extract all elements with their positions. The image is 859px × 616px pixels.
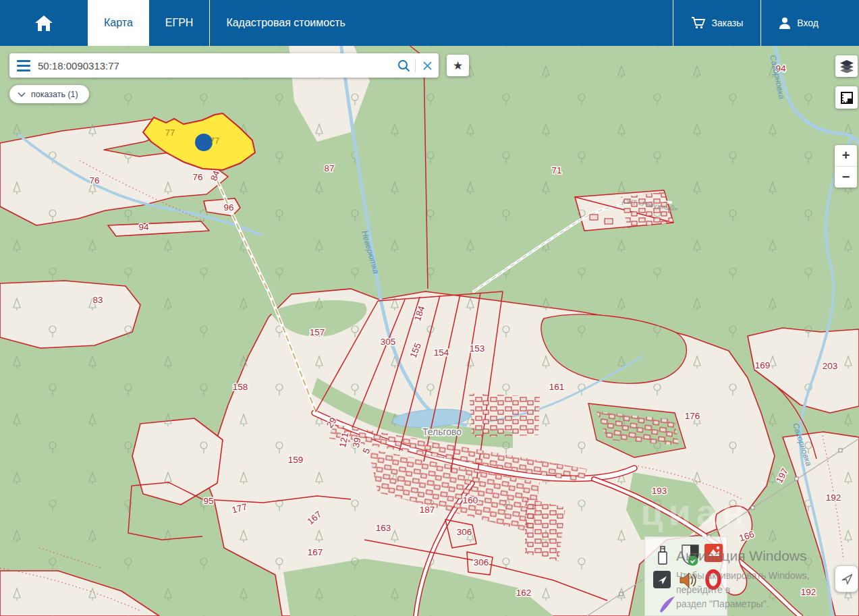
map-label: 167	[308, 547, 323, 557]
show-results-pill[interactable]: показать (1)	[9, 85, 89, 103]
cadastral-map-app: 7676849694877194831573051841551541531611…	[0, 0, 859, 616]
map-label: 306	[474, 557, 489, 567]
map-label: 192	[826, 493, 841, 503]
tab-egrn[interactable]: ЕГРН	[149, 0, 210, 46]
map-label: циан	[640, 492, 749, 532]
map-label: 153	[470, 343, 485, 354]
map-label: 203	[823, 361, 838, 371]
map-svg: 7676849694877194831573051841551541531611…	[0, 0, 859, 616]
layers-button[interactable]	[835, 55, 858, 77]
map-label: 71	[551, 165, 561, 175]
map-label: 83	[92, 295, 103, 305]
cart-icon	[691, 16, 706, 30]
menu-button[interactable]	[9, 60, 38, 72]
zoom-control: + −	[835, 145, 857, 188]
red-app-icon	[704, 544, 723, 562]
map-label: 162	[516, 588, 532, 598]
close-icon	[422, 61, 433, 71]
map-label: 163	[376, 523, 391, 533]
show-results-label: показать (1)	[31, 90, 78, 99]
map-label: 77	[165, 128, 175, 138]
dark-arrow-app-icon	[653, 571, 671, 588]
top-navbar: Карта ЕГРН Кадастровая стоимость Заказы …	[0, 0, 859, 46]
ruler-icon	[840, 91, 854, 105]
star-icon: ★	[453, 59, 463, 72]
login-label: Вход	[797, 18, 819, 28]
map-canvas[interactable]: 7676849694877194831573051841551541531611…	[0, 0, 859, 616]
search-input[interactable]	[38, 60, 392, 72]
purple-feather-icon	[660, 596, 675, 613]
user-icon	[779, 17, 791, 30]
opera-browser-icon	[707, 571, 719, 588]
navigation-arrow-icon	[840, 572, 854, 586]
search-icon	[397, 59, 410, 72]
favorites-button[interactable]: ★	[447, 55, 469, 76]
map-label: 169	[755, 360, 771, 370]
zoom-in-button[interactable]: +	[835, 145, 857, 166]
security-shield-icon	[682, 545, 698, 566]
login-button[interactable]: Вход	[761, 0, 859, 46]
map-label: 76	[89, 175, 99, 186]
map-label: 176	[685, 411, 700, 421]
map-label: 161	[549, 382, 565, 392]
map-label: 160	[463, 495, 478, 505]
search-bar	[9, 53, 439, 78]
map-label: 39	[351, 437, 363, 449]
layers-icon	[840, 60, 854, 73]
zoom-out-button[interactable]: −	[835, 167, 857, 188]
map-label: 77	[210, 136, 219, 146]
map-label: 94	[138, 222, 149, 232]
speaker-icon	[680, 573, 696, 588]
home-icon	[34, 13, 54, 32]
map-label: 95	[203, 496, 213, 506]
tab-cadastral-value[interactable]: Кадастровая стоимость	[210, 0, 361, 46]
map-label: 192	[801, 587, 816, 597]
map-label: 158	[233, 382, 248, 392]
home-button[interactable]	[0, 0, 88, 46]
map-label: 306	[457, 527, 472, 537]
map-label: 87	[324, 163, 334, 173]
measure-button[interactable]	[835, 86, 858, 109]
map-label: 305	[381, 337, 396, 347]
search-button[interactable]	[392, 59, 415, 72]
map-label: 96	[223, 202, 233, 213]
tab-map[interactable]: Карта	[88, 0, 149, 46]
map-label: 154	[434, 347, 449, 358]
locate-button[interactable]	[835, 565, 858, 592]
usb-drive-icon	[659, 547, 667, 564]
map-label: Тельгово	[422, 426, 462, 437]
transparent-desktop-panel	[644, 536, 727, 616]
map-label: 187	[420, 505, 435, 515]
clear-search-button[interactable]	[416, 61, 439, 71]
orders-button[interactable]: Заказы	[673, 0, 761, 46]
map-label: 159	[288, 455, 304, 465]
map-label: 76	[192, 172, 202, 182]
map-label: 157	[310, 327, 325, 337]
orders-label: Заказы	[712, 18, 744, 28]
chevron-down-icon	[18, 92, 26, 97]
